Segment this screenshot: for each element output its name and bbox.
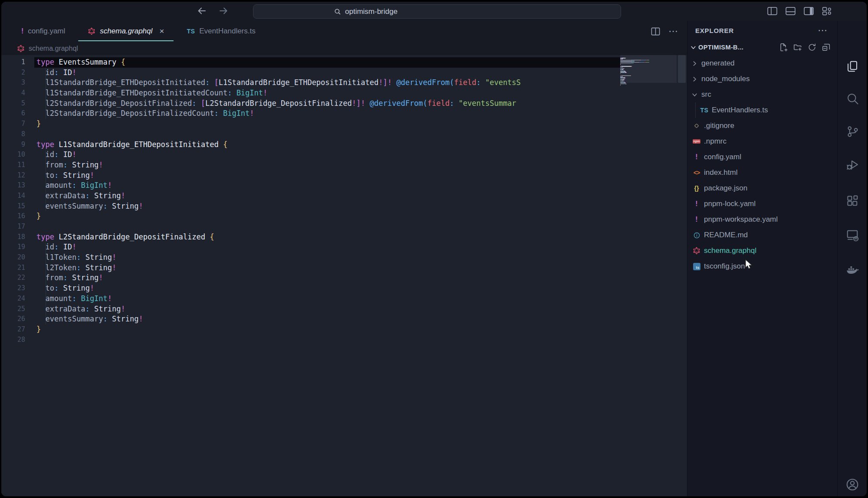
tsconfig-icon: ts <box>693 263 700 270</box>
forward-icon[interactable] <box>217 5 230 17</box>
collapse-folders-icon[interactable] <box>822 43 831 52</box>
code-line[interactable]: } <box>34 211 620 222</box>
tree-item-pnpm-workspace-yaml[interactable]: !pnpm-workspace.yaml <box>687 212 837 227</box>
line-number: 6 <box>1 108 34 119</box>
code-line[interactable]: type L1StandardBridge_ETHDepositInitiate… <box>34 140 620 150</box>
tree-item-index-html[interactable]: <>index.html <box>687 165 837 180</box>
back-icon[interactable] <box>196 5 208 17</box>
toggle-secondary-sidebar-icon[interactable] <box>803 5 815 17</box>
tree-item-generated[interactable]: generated <box>687 56 837 71</box>
minimap[interactable] <box>620 55 677 496</box>
code-line[interactable]: from: String! <box>34 160 620 170</box>
remote-explorer-icon[interactable] <box>845 227 860 242</box>
tree-item--npmrc[interactable]: npm.npmrc <box>687 134 837 149</box>
yaml-icon: ! <box>695 216 697 223</box>
tree-item--gitignore[interactable]: .gitignore <box>687 118 837 134</box>
explorer-icon[interactable] <box>845 59 860 74</box>
code-line[interactable]: extraData: String! <box>34 304 620 315</box>
code-line[interactable]: l1StandardBridge_ETHDepositInitiatedCoun… <box>34 88 620 98</box>
tree-item-package-json[interactable]: {}package.json <box>687 180 837 196</box>
code-line[interactable]: eventsSummary: String! <box>34 314 620 324</box>
code-line[interactable]: to: String! <box>34 283 620 294</box>
breadcrumb-label: schema.graphql <box>29 45 78 52</box>
code-line[interactable]: extraData: String! <box>34 191 620 201</box>
code-line[interactable]: type L2StandardBridge_DepositFinalized { <box>34 232 620 242</box>
code-line[interactable]: l1StandardBridge_ETHDepositInitiated: [L… <box>34 78 620 88</box>
tree-item-eventhandlers-ts[interactable]: TSEventHandlers.ts <box>687 102 837 118</box>
line-number: 16 <box>1 211 34 222</box>
code-line[interactable]: l2StandardBridge_DepositFinalizedCount: … <box>34 108 620 119</box>
code-line[interactable]: to: String! <box>34 170 620 181</box>
code-editor[interactable]: 1234567891011121314151617181920212223242… <box>1 55 687 496</box>
tree-item-src[interactable]: src <box>687 87 837 102</box>
code-line[interactable] <box>34 129 620 140</box>
code-line[interactable]: id: ID! <box>34 68 620 78</box>
tree-item-label: index.html <box>704 168 737 177</box>
more-actions-icon[interactable]: ⋯ <box>668 29 678 33</box>
toggle-panel-icon[interactable] <box>785 5 796 17</box>
editor-group: !config.yamlschema.graphql×TSEventHandle… <box>1 21 687 496</box>
line-number: 23 <box>1 283 34 294</box>
source-control-icon[interactable] <box>845 124 860 139</box>
code-line[interactable]: from: String! <box>34 273 620 283</box>
explorer-more-icon[interactable]: ⋯ <box>818 28 828 33</box>
npm-icon: npm <box>693 139 701 144</box>
tree-item-label: package.json <box>704 184 747 193</box>
code-line[interactable] <box>34 335 620 345</box>
scrollbar-thumb[interactable] <box>678 55 686 83</box>
typescript-icon: TS <box>187 28 195 35</box>
activity-bar <box>837 21 867 496</box>
search-icon[interactable] <box>845 91 860 106</box>
tab-eventhandlers-ts[interactable]: TSEventHandlers.ts <box>175 21 266 42</box>
toggle-primary-sidebar-icon[interactable] <box>766 5 778 17</box>
tree-item-readme-md[interactable]: README.md <box>687 227 837 243</box>
code-line[interactable]: } <box>34 119 620 129</box>
run-debug-icon[interactable] <box>845 157 860 172</box>
title-bar: optimism-bridge <box>1 2 867 21</box>
code-line[interactable]: amount: BigInt! <box>34 180 620 191</box>
code-line[interactable]: id: ID! <box>34 150 620 160</box>
minimap-slider[interactable] <box>620 55 677 83</box>
editor-scrollbar[interactable] <box>677 55 687 496</box>
tree-item-node-modules[interactable]: node_modules <box>687 71 837 87</box>
line-number: 11 <box>1 160 34 170</box>
docker-icon[interactable] <box>845 262 860 277</box>
code-line[interactable]: l2StandardBridge_DepositFinalized: [L2St… <box>34 98 620 109</box>
line-number: 15 <box>1 201 34 212</box>
project-root-row[interactable]: OPTIMISM-B... <box>687 40 837 55</box>
customize-layout-icon[interactable] <box>821 5 833 17</box>
command-center-search[interactable]: optimism-bridge <box>253 4 621 19</box>
code-line[interactable]: eventsSummary: String! <box>34 201 620 212</box>
code-line[interactable]: l2Token: String! <box>34 263 620 273</box>
yaml-icon: ! <box>695 153 697 161</box>
split-editor-icon[interactable] <box>651 26 661 36</box>
tree-item-schema-graphql[interactable]: schema.graphql <box>687 243 837 259</box>
yaml-icon: ! <box>21 27 23 35</box>
code-line[interactable]: type EventsSummary { <box>34 57 620 68</box>
account-icon[interactable] <box>845 477 860 492</box>
refresh-explorer-icon[interactable] <box>807 43 817 52</box>
tree-item-label: README.md <box>704 231 748 239</box>
tree-item-pnpm-lock-yaml[interactable]: !pnpm-lock.yaml <box>687 196 837 212</box>
tree-item-label: tsconfig.json <box>704 262 745 271</box>
tree-item-tsconfig-json[interactable]: tstsconfig.json <box>687 259 837 274</box>
tab-config-yaml[interactable]: !config.yaml <box>10 21 76 42</box>
code-line[interactable]: id: ID! <box>34 242 620 252</box>
screen: optimism-bridge !config.yamlschema.graph… <box>0 0 868 498</box>
code-line[interactable]: } <box>34 324 620 335</box>
yaml-icon: ! <box>695 200 697 208</box>
git-icon <box>693 122 700 129</box>
extensions-icon[interactable] <box>845 193 860 208</box>
tree-item-config-yaml[interactable]: !config.yaml <box>687 149 837 165</box>
tree-item-label: src <box>701 90 711 99</box>
code-line[interactable] <box>34 222 620 232</box>
tab-schema-graphql[interactable]: schema.graphql× <box>76 21 175 42</box>
vscode-window: optimism-bridge !config.yamlschema.graph… <box>1 2 867 496</box>
tree-item-label: .gitignore <box>704 121 734 130</box>
close-tab-icon[interactable]: × <box>159 26 164 36</box>
new-folder-icon[interactable] <box>793 43 802 52</box>
new-file-icon[interactable] <box>779 43 788 52</box>
breadcrumb[interactable]: schema.graphql <box>1 42 687 55</box>
code-line[interactable]: l1Token: String! <box>34 252 620 263</box>
code-line[interactable]: amount: BigInt! <box>34 294 620 304</box>
